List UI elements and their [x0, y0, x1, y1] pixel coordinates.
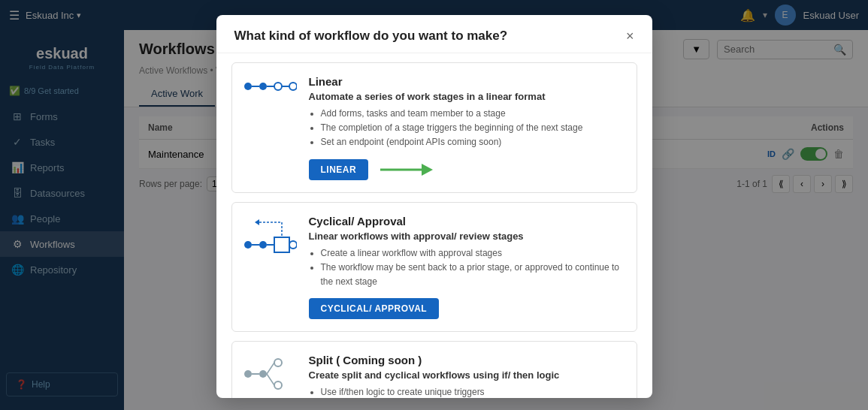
svg-point-19 [244, 370, 252, 378]
svg-point-9 [244, 241, 252, 249]
cyclical-card-content: Cyclical/ Approval Linear workflows with… [309, 215, 625, 320]
modal-title: What kind of workflow do you want to mak… [234, 29, 508, 44]
linear-bullet-3: Set an endpoint (endpoint APIs coming so… [321, 135, 625, 149]
svg-marker-8 [422, 164, 433, 176]
linear-actions: LINEAR [309, 159, 625, 180]
modal-overlay[interactable]: What kind of workflow do you want to mak… [0, 0, 868, 410]
linear-bullet-1: Add forms, tasks and team member to a st… [321, 107, 625, 121]
svg-point-18 [289, 241, 297, 249]
cyclical-subtitle: Linear workflows with approval/ review s… [309, 231, 625, 242]
cyclical-bullets: Create a linear workflow with approval s… [309, 246, 625, 290]
linear-button[interactable]: LINEAR [309, 159, 369, 180]
split-title: Split ( Coming soon ) [309, 354, 625, 366]
svg-point-6 [289, 83, 297, 90]
linear-subtitle: Automate a series of work stages in a li… [309, 91, 625, 102]
cyclical-bullet-1: Create a linear workflow with approval s… [321, 246, 625, 261]
linear-bullets: Add forms, tasks and team member to a st… [309, 107, 625, 150]
modal-close-button[interactable]: × [626, 29, 634, 43]
split-card: Split ( Coming soon ) Create split and c… [231, 341, 637, 398]
app-wrapper: ☰ Eskuad Inc ▾ 🔔 ▾ E Eskuad User eskuad … [0, 0, 868, 410]
split-diagram-icon [244, 354, 297, 395]
svg-point-24 [274, 359, 282, 366]
svg-point-0 [244, 83, 252, 90]
cyclical-title: Cyclical/ Approval [309, 215, 625, 228]
svg-line-23 [267, 374, 274, 385]
svg-rect-13 [274, 237, 289, 252]
modal-body: Linear Automate a series of work stages … [216, 53, 652, 398]
linear-bullet-2: The completion of a stage triggers the b… [321, 121, 625, 135]
svg-point-25 [274, 381, 282, 389]
svg-line-22 [267, 363, 274, 374]
linear-card-content: Linear Automate a series of work stages … [309, 75, 625, 180]
cyclical-button[interactable]: CYCLICAL/ APPROVAL [309, 298, 440, 319]
cyclical-diagram-icon [244, 215, 297, 256]
split-bullets: Use if/then logic to create unique trigg… [309, 385, 625, 398]
svg-point-11 [259, 241, 267, 249]
workflow-type-modal: What kind of workflow do you want to mak… [216, 15, 652, 398]
cyclical-card: Cyclical/ Approval Linear workflows with… [231, 202, 637, 333]
svg-point-4 [274, 83, 282, 90]
cyclical-bullet-2: The workflow may be sent back to a prior… [321, 261, 625, 289]
svg-point-2 [259, 83, 267, 90]
split-card-content: Split ( Coming soon ) Create split and c… [309, 354, 625, 398]
modal-header: What kind of workflow do you want to mak… [216, 15, 652, 53]
linear-card: Linear Automate a series of work stages … [231, 62, 637, 193]
svg-point-21 [259, 370, 267, 378]
linear-diagram-icon [244, 75, 297, 98]
linear-title: Linear [309, 75, 625, 88]
arrow-indicator [380, 159, 433, 180]
svg-marker-16 [255, 219, 259, 225]
split-subtitle: Create split and cyclical workflows usin… [309, 369, 625, 381]
split-bullet-1: Use if/then logic to create unique trigg… [321, 385, 625, 398]
